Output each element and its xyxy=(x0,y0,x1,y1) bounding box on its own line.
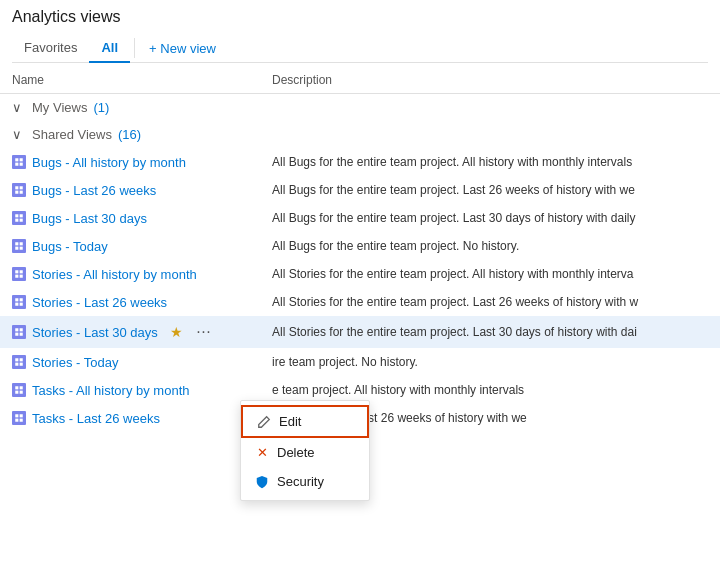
svg-rect-19 xyxy=(20,275,23,278)
row-name[interactable]: Stories - Last 26 weeks xyxy=(32,295,167,310)
svg-rect-16 xyxy=(15,270,18,273)
svg-rect-31 xyxy=(20,363,23,366)
row-icon xyxy=(12,183,26,197)
svg-rect-8 xyxy=(15,214,18,217)
section-my-views-label: My Views xyxy=(32,100,87,115)
row-description: All Stories for the entire team project.… xyxy=(272,267,708,281)
table-row: Stories - All history by monthAll Storie… xyxy=(0,260,720,288)
security-label: Security xyxy=(277,474,324,489)
row-icon xyxy=(12,211,26,225)
row-icon xyxy=(12,411,26,425)
table-row: Stories - Last 30 days★···All Stories fo… xyxy=(0,316,720,348)
svg-rect-14 xyxy=(15,247,18,250)
row-name[interactable]: Tasks - All history by month xyxy=(32,383,190,398)
svg-rect-27 xyxy=(20,333,23,336)
svg-rect-1 xyxy=(20,158,23,161)
section-shared-views[interactable]: ∨ Shared Views (16) xyxy=(0,121,720,148)
svg-rect-2 xyxy=(15,163,18,166)
context-menu: Edit ✕ Delete Security xyxy=(240,400,370,501)
svg-rect-39 xyxy=(20,419,23,422)
row-icon xyxy=(12,383,26,397)
row-description: All Bugs for the entire team project. Al… xyxy=(272,155,708,169)
row-name[interactable]: Bugs - Last 30 days xyxy=(32,211,147,226)
section-my-views-count: (1) xyxy=(93,100,109,115)
table-row: Stories - Last 26 weeksAll Stories for t… xyxy=(0,288,720,316)
tab-all[interactable]: All xyxy=(89,34,130,63)
svg-rect-36 xyxy=(15,414,18,417)
edit-label: Edit xyxy=(279,414,301,429)
svg-rect-21 xyxy=(20,298,23,301)
row-name[interactable]: Bugs - All history by month xyxy=(32,155,186,170)
page-header: Analytics views Favorites All + New view xyxy=(0,0,720,67)
context-menu-security[interactable]: Security xyxy=(241,467,369,496)
svg-rect-24 xyxy=(15,328,18,331)
svg-rect-5 xyxy=(20,186,23,189)
row-description: All Stories for the entire team project.… xyxy=(272,325,708,339)
context-menu-delete[interactable]: ✕ Delete xyxy=(241,438,369,467)
table-row: Bugs - TodayAll Bugs for the entire team… xyxy=(0,232,720,260)
svg-rect-7 xyxy=(20,191,23,194)
row-icon xyxy=(12,325,26,339)
table-row: Bugs - Last 26 weeksAll Bugs for the ent… xyxy=(0,176,720,204)
svg-rect-34 xyxy=(15,391,18,394)
svg-rect-12 xyxy=(15,242,18,245)
row-description: e team project. All history with monthly… xyxy=(272,383,708,397)
svg-rect-9 xyxy=(20,214,23,217)
svg-rect-18 xyxy=(15,275,18,278)
svg-rect-17 xyxy=(20,270,23,273)
table-header: Name Description xyxy=(0,67,720,94)
svg-rect-30 xyxy=(15,363,18,366)
delete-label: Delete xyxy=(277,445,315,460)
column-name: Name xyxy=(12,73,272,87)
svg-rect-26 xyxy=(15,333,18,336)
rows-container: Bugs - All history by monthAll Bugs for … xyxy=(0,148,720,432)
table-row: Bugs - All history by monthAll Bugs for … xyxy=(0,148,720,176)
row-description: All Bugs for the entire team project. La… xyxy=(272,211,708,225)
row-name[interactable]: Tasks - Last 26 weeks xyxy=(32,411,160,426)
row-icon xyxy=(12,355,26,369)
row-name[interactable]: Stories - Today xyxy=(32,355,118,370)
svg-rect-4 xyxy=(15,186,18,189)
column-description: Description xyxy=(272,73,708,87)
row-icon xyxy=(12,267,26,281)
table-row: Stories - Todayire team project. No hist… xyxy=(0,348,720,376)
section-shared-views-label: Shared Views xyxy=(32,127,112,142)
table-row: Bugs - Last 30 daysAll Bugs for the enti… xyxy=(0,204,720,232)
context-menu-edit[interactable]: Edit xyxy=(241,405,369,438)
svg-rect-15 xyxy=(20,247,23,250)
section-shared-views-count: (16) xyxy=(118,127,141,142)
svg-rect-3 xyxy=(20,163,23,166)
row-description: All Stories for the entire team project.… xyxy=(272,295,708,309)
row-name[interactable]: Bugs - Last 26 weeks xyxy=(32,183,156,198)
pencil-icon xyxy=(257,415,271,429)
svg-rect-23 xyxy=(20,303,23,306)
section-my-views[interactable]: ∨ My Views (1) xyxy=(0,94,720,121)
row-icon xyxy=(12,295,26,309)
tab-separator xyxy=(134,38,135,58)
row-name[interactable]: Stories - Last 30 days xyxy=(32,325,158,340)
row-description: All Bugs for the entire team project. No… xyxy=(272,239,708,253)
shield-icon xyxy=(255,475,269,489)
svg-rect-29 xyxy=(20,358,23,361)
tab-favorites[interactable]: Favorites xyxy=(12,34,89,63)
row-description: All Bugs for the entire team project. La… xyxy=(272,183,708,197)
new-view-button[interactable]: + New view xyxy=(139,35,226,62)
svg-rect-33 xyxy=(20,386,23,389)
more-actions-button[interactable]: ··· xyxy=(193,321,215,343)
svg-rect-38 xyxy=(15,419,18,422)
svg-rect-32 xyxy=(15,386,18,389)
svg-rect-0 xyxy=(15,158,18,161)
svg-rect-11 xyxy=(20,219,23,222)
svg-rect-22 xyxy=(15,303,18,306)
row-name[interactable]: Stories - All history by month xyxy=(32,267,197,282)
svg-rect-13 xyxy=(20,242,23,245)
chevron-icon: ∨ xyxy=(12,100,22,115)
star-icon[interactable]: ★ xyxy=(170,324,183,340)
row-icon xyxy=(12,239,26,253)
row-name[interactable]: Bugs - Today xyxy=(32,239,108,254)
chevron-icon-2: ∨ xyxy=(12,127,22,142)
svg-rect-20 xyxy=(15,298,18,301)
row-icon xyxy=(12,155,26,169)
tabs-container: Favorites All + New view xyxy=(12,34,708,63)
svg-rect-10 xyxy=(15,219,18,222)
